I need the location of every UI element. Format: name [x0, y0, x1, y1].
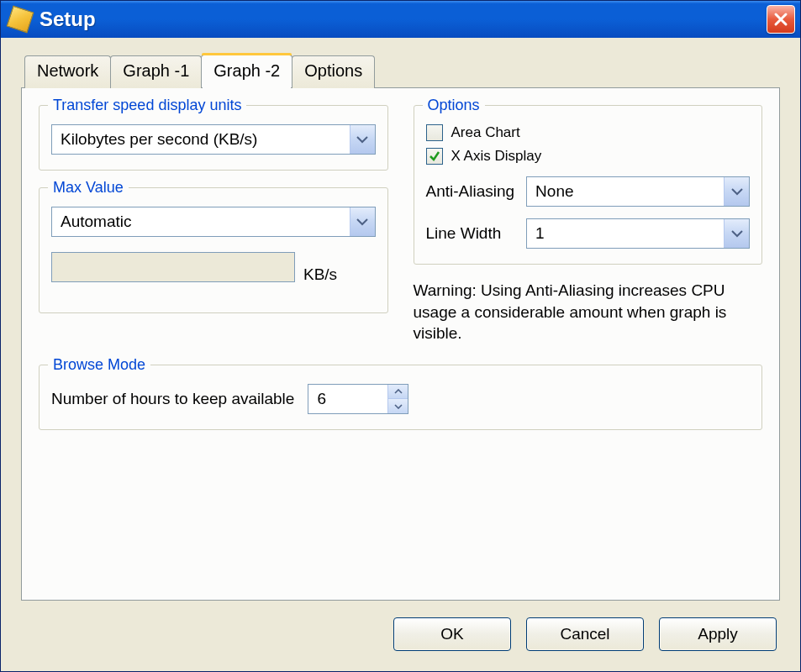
tab-strip: Network Graph -1 Graph -2 Options [21, 55, 780, 87]
transfer-speed-dropdown-button[interactable] [350, 125, 375, 154]
line-width-value: 1 [527, 219, 724, 248]
chevron-down-icon [356, 218, 368, 226]
anti-aliasing-value: None [527, 177, 724, 206]
line-width-dropdown-button[interactable] [724, 219, 749, 248]
x-axis-display-check[interactable] [426, 148, 443, 165]
browse-hours-spinner[interactable]: 6 [308, 384, 408, 414]
close-icon [772, 11, 789, 28]
setup-dialog: Setup Network Graph -1 Graph -2 Options … [0, 0, 801, 672]
max-value-custom-input [51, 252, 295, 282]
anti-aliasing-warning: Warning: Using Anti-Aliasing increases C… [414, 280, 763, 344]
max-value-mode-dropdown-button[interactable] [350, 207, 375, 236]
transfer-speed-value: Kilobytes per second (KB/s) [52, 125, 350, 154]
line-width-combo[interactable]: 1 [526, 218, 750, 249]
browse-hours-value[interactable]: 6 [308, 385, 387, 413]
close-button[interactable] [767, 5, 795, 34]
group-browse-mode-legend: Browse Mode [48, 356, 150, 374]
group-max-value: Max Value Automatic KB/s [39, 187, 388, 313]
max-value-mode-combo[interactable]: Automatic [51, 207, 376, 237]
chevron-down-icon [731, 229, 743, 238]
group-options: Options Area Chart X Axis Display [414, 105, 763, 265]
max-value-mode: Automatic [52, 207, 350, 236]
group-options-legend: Options [423, 97, 485, 114]
tab-graph-1[interactable]: Graph -1 [110, 55, 202, 88]
anti-aliasing-combo[interactable]: None [526, 176, 750, 207]
tab-options[interactable]: Options [292, 55, 375, 88]
checkbox-x-axis-display[interactable]: X Axis Display [426, 148, 751, 165]
anti-aliasing-dropdown-button[interactable] [724, 177, 749, 206]
browse-hours-label: Number of hours to keep available [51, 390, 294, 408]
chevron-down-icon [356, 135, 368, 144]
ok-button[interactable]: OK [393, 617, 511, 651]
group-transfer-speed-legend: Transfer speed display units [48, 97, 246, 114]
area-chart-check[interactable] [426, 124, 443, 141]
transfer-speed-combo[interactable]: Kilobytes per second (KB/s) [51, 124, 376, 155]
tab-network[interactable]: Network [24, 55, 111, 88]
tab-panel-graph-2: Transfer speed display units Kilobytes p… [21, 87, 780, 601]
apply-button[interactable]: Apply [659, 617, 777, 651]
line-width-label: Line Width [426, 224, 515, 243]
group-transfer-speed: Transfer speed display units Kilobytes p… [39, 105, 388, 171]
max-value-custom-value [52, 253, 294, 281]
tab-graph-2[interactable]: Graph -2 [201, 55, 292, 87]
chevron-down-icon [731, 187, 743, 196]
area-chart-label: Area Chart [451, 124, 520, 141]
anti-aliasing-label: Anti-Aliasing [426, 182, 515, 201]
chevron-down-icon [394, 404, 403, 409]
group-max-value-legend: Max Value [48, 179, 129, 197]
spinner-up-button[interactable] [387, 385, 408, 400]
spinner-down-button[interactable] [387, 399, 408, 413]
checkmark-icon [428, 150, 441, 163]
spinner-buttons [387, 385, 408, 413]
app-icon [7, 6, 34, 34]
max-value-unit: KB/s [303, 265, 337, 284]
chevron-up-icon [394, 389, 403, 394]
x-axis-display-label: X Axis Display [451, 148, 542, 165]
group-browse-mode: Browse Mode Number of hours to keep avai… [39, 365, 762, 430]
dialog-button-bar: OK Cancel Apply [1, 601, 800, 671]
client-area: Network Graph -1 Graph -2 Options Transf… [1, 38, 800, 601]
checkbox-area-chart[interactable]: Area Chart [426, 124, 751, 141]
titlebar[interactable]: Setup [1, 1, 800, 38]
window-title: Setup [40, 8, 767, 31]
cancel-button[interactable]: Cancel [526, 617, 644, 651]
